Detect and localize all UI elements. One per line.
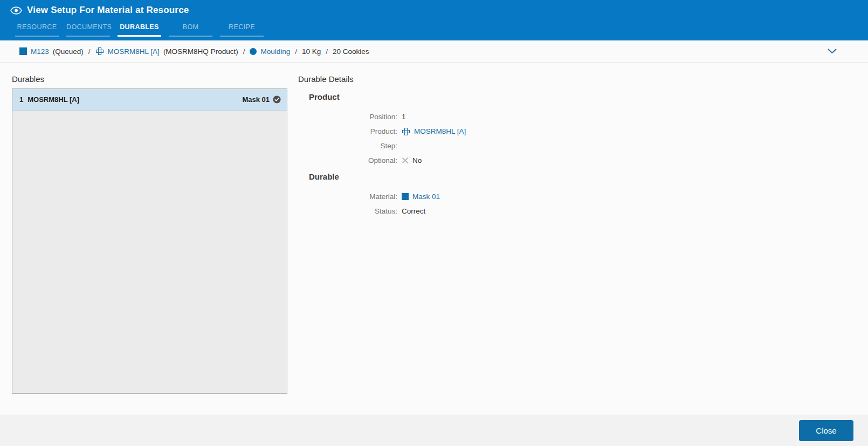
breadcrumb-separator: /: [295, 47, 297, 56]
durable-details-panel: Durable Details Product Position: 1 Prod…: [298, 74, 857, 221]
tab-bar: RESOURCE DOCUMENTS DURABLES BOM RECIPE: [15, 20, 868, 37]
x-icon: [402, 157, 409, 164]
status-label: Status:: [298, 207, 397, 215]
dialog-footer: Close: [0, 415, 868, 446]
breadcrumb-separator: /: [88, 47, 91, 56]
step-field: Step:: [298, 141, 857, 150]
material-value-link[interactable]: Mask 01: [412, 193, 440, 201]
material-square-icon: [19, 47, 27, 55]
tab-durables[interactable]: DURABLES: [118, 20, 161, 37]
material-square-icon: [402, 193, 409, 200]
tab-bom[interactable]: BOM: [169, 20, 212, 37]
breadcrumb-quantity-primary: 10 Kg: [302, 47, 321, 56]
optional-field: Optional: No: [298, 156, 857, 165]
product-field: Product: MOSRM8HL [A]: [298, 127, 857, 136]
durables-panel-title: Durables: [12, 74, 44, 84]
eye-icon: [10, 6, 22, 15]
breadcrumb-product-link[interactable]: MOSRM8HL [A]: [108, 47, 160, 56]
breadcrumb-separator: /: [243, 47, 245, 56]
product-section-heading: Product: [309, 92, 857, 102]
position-value: 1: [402, 113, 406, 121]
durable-material-name: Mask 01: [242, 95, 270, 104]
check-circle-icon: [273, 95, 281, 104]
breadcrumb-material-status: (Queued): [53, 47, 84, 56]
breadcrumb: M123 (Queued) / MOSRM8HL [A] (MOSRM8HQ P…: [0, 40, 868, 63]
chevron-down-icon[interactable]: [828, 49, 837, 54]
durable-list-item[interactable]: 1 MOSRM8HL [A] Mask 01: [12, 89, 287, 111]
durable-product-name: MOSRM8HL [A]: [27, 95, 79, 104]
durable-position: 1: [19, 95, 23, 104]
details-title: Durable Details: [298, 74, 857, 84]
product-label: Product:: [298, 127, 397, 135]
product-icon: [402, 127, 410, 136]
optional-label: Optional:: [298, 156, 397, 164]
page-title: View Setup For Material at Resource: [27, 5, 189, 16]
product-value-link[interactable]: MOSRM8HL [A]: [414, 127, 466, 135]
status-value: Correct: [402, 207, 425, 215]
material-field: Material: Mask 01: [298, 192, 857, 201]
optional-value: No: [412, 156, 422, 164]
tab-recipe[interactable]: RECIPE: [220, 20, 264, 37]
position-label: Position:: [298, 113, 397, 121]
status-field: Status: Correct: [298, 207, 857, 216]
breadcrumb-quantity-secondary: 20 Cookies: [333, 47, 369, 56]
breadcrumb-product-desc: (MOSRM8HQ Product): [163, 47, 238, 56]
dialog-header: View Setup For Material at Resource RESO…: [0, 0, 868, 40]
tab-documents[interactable]: DOCUMENTS: [66, 20, 110, 37]
close-button[interactable]: Close: [799, 420, 853, 441]
material-label: Material:: [298, 193, 397, 201]
tab-resource[interactable]: RESOURCE: [15, 20, 59, 37]
breadcrumb-separator: /: [326, 47, 328, 56]
product-icon: [95, 47, 104, 56]
operation-circle-icon: [250, 48, 257, 55]
main-content: Durables 1 MOSRM8HL [A] Mask 01 Durable …: [0, 63, 868, 415]
durable-section-heading: Durable: [309, 172, 857, 182]
durables-list: 1 MOSRM8HL [A] Mask 01: [12, 88, 287, 394]
breadcrumb-material-link[interactable]: M123: [31, 47, 49, 56]
breadcrumb-operation-link[interactable]: Moulding: [260, 47, 290, 56]
position-field: Position: 1: [298, 112, 857, 121]
step-label: Step:: [298, 142, 397, 150]
